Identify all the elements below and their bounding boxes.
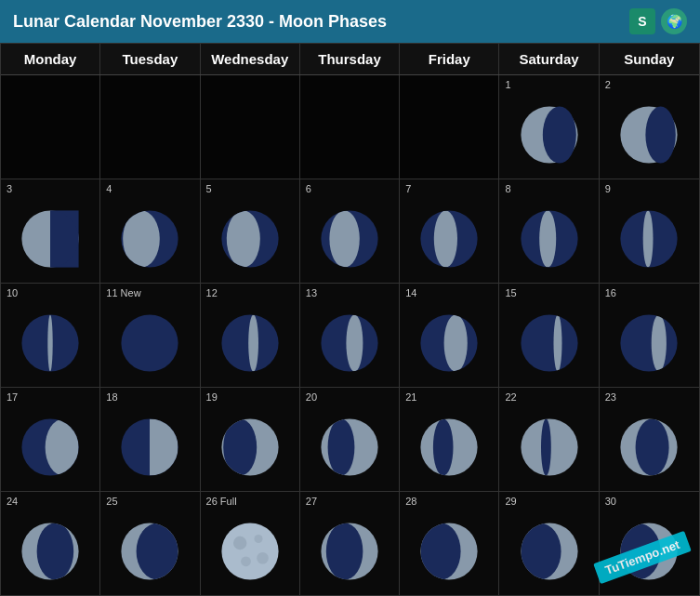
svg-point-75 bbox=[241, 556, 251, 566]
globe-icon[interactable]: 🌍 bbox=[661, 8, 687, 34]
moon-phase bbox=[116, 205, 183, 272]
svg-point-41 bbox=[553, 314, 561, 371]
moon-phase bbox=[316, 414, 383, 481]
svg-point-22 bbox=[539, 210, 556, 267]
day-saturday: Saturday bbox=[499, 44, 599, 74]
day-cell-26: 26 Full bbox=[201, 492, 300, 595]
moon-container bbox=[102, 301, 197, 385]
day-number: 4 bbox=[102, 181, 115, 197]
day-number: 15 bbox=[501, 285, 520, 301]
svg-point-25 bbox=[643, 210, 654, 267]
moon-container bbox=[501, 510, 596, 593]
day-cell-12: 12 bbox=[201, 284, 300, 387]
moon-container bbox=[402, 405, 496, 489]
moon-container bbox=[3, 405, 98, 489]
day-tuesday: Tuesday bbox=[100, 44, 200, 74]
day-cell-17: 17 bbox=[1, 388, 100, 491]
moon-container bbox=[203, 301, 297, 385]
day-number: 30 bbox=[601, 494, 620, 510]
day-number: 11 New bbox=[102, 285, 144, 301]
day-cell-28: 28 bbox=[400, 492, 499, 595]
moon-container bbox=[601, 93, 697, 177]
day-cell-16: 16 bbox=[600, 284, 699, 387]
moon-phase bbox=[416, 414, 482, 481]
moon-phase bbox=[17, 310, 84, 377]
moon-phase bbox=[116, 518, 183, 585]
day-cell-30: 30 bbox=[600, 492, 699, 595]
day-number: 6 bbox=[302, 181, 315, 197]
svg-point-88 bbox=[615, 523, 661, 579]
day-cell-18: 18 bbox=[100, 388, 200, 491]
day-cell-23: 23 bbox=[600, 388, 699, 491]
day-cell-7: 7 bbox=[400, 179, 499, 283]
day-cell-25: 25 bbox=[100, 492, 200, 595]
day-number: 22 bbox=[501, 390, 520, 405]
day-cell-22: 22 bbox=[499, 388, 599, 491]
day-cell-2: 2 bbox=[600, 75, 699, 179]
day-number: 5 bbox=[203, 181, 216, 197]
day-cell-empty bbox=[100, 75, 200, 179]
moon-phase bbox=[217, 518, 284, 585]
moon-phase bbox=[316, 205, 383, 272]
svg-point-62 bbox=[541, 418, 551, 475]
day-cell-14: 14 bbox=[400, 284, 499, 387]
moon-phase bbox=[615, 101, 682, 168]
day-monday: Monday bbox=[1, 44, 100, 74]
moon-phase bbox=[516, 518, 583, 585]
header: Lunar Calendar November 2330 - Moon Phas… bbox=[0, 0, 700, 43]
day-cell-empty bbox=[201, 75, 300, 179]
day-number: 28 bbox=[402, 494, 420, 510]
day-cell-21: 21 bbox=[400, 388, 499, 491]
moon-phase bbox=[17, 518, 84, 585]
moon-container bbox=[203, 510, 297, 593]
moon-container bbox=[601, 510, 697, 593]
moon-container bbox=[601, 301, 697, 385]
day-cell-10: 10 bbox=[1, 284, 100, 387]
day-number: 18 bbox=[102, 390, 121, 405]
moon-phase bbox=[516, 414, 583, 481]
day-cell-13: 13 bbox=[300, 284, 400, 387]
day-number: 13 bbox=[302, 285, 321, 301]
day-number: 10 bbox=[3, 285, 21, 301]
day-number: 29 bbox=[501, 494, 520, 510]
day-number: 9 bbox=[601, 181, 614, 197]
svg-point-35 bbox=[346, 314, 363, 371]
moon-phase bbox=[116, 310, 183, 377]
day-cell-4: 4 bbox=[100, 179, 200, 283]
svg-point-16 bbox=[329, 210, 359, 267]
svg-point-1 bbox=[542, 106, 575, 163]
moon-phase bbox=[516, 205, 583, 272]
s-icon[interactable]: S bbox=[629, 8, 655, 34]
moon-container bbox=[302, 510, 397, 593]
moon-phase bbox=[316, 310, 383, 377]
day-number: 24 bbox=[3, 494, 21, 510]
moon-phase bbox=[516, 310, 583, 377]
moon-phase bbox=[116, 414, 183, 481]
svg-point-44 bbox=[652, 314, 667, 371]
header-title: Lunar Calendar November 2330 - Moon Phas… bbox=[13, 12, 387, 32]
week-row-3: 10 11 New bbox=[1, 284, 699, 388]
day-number: 27 bbox=[302, 494, 321, 510]
day-cell-20: 20 bbox=[300, 388, 400, 491]
day-cell-6: 6 bbox=[300, 179, 400, 283]
moon-container bbox=[3, 197, 98, 281]
moon-container bbox=[102, 197, 197, 281]
moon-phase bbox=[615, 310, 682, 377]
day-wednesday: Wednesday bbox=[201, 44, 300, 74]
moon-phase bbox=[217, 414, 284, 481]
svg-point-53 bbox=[223, 418, 257, 475]
moon-container bbox=[501, 93, 596, 177]
week-row-2: 3 4 bbox=[1, 179, 699, 284]
moon-container bbox=[203, 405, 297, 489]
moon-container bbox=[501, 301, 596, 385]
moon-phase bbox=[217, 310, 284, 377]
day-thursday: Thursday bbox=[300, 44, 400, 74]
day-number: 21 bbox=[402, 390, 420, 405]
svg-point-3 bbox=[646, 106, 676, 163]
svg-point-32 bbox=[248, 314, 258, 371]
svg-point-13 bbox=[227, 210, 260, 267]
moon-container bbox=[203, 197, 297, 281]
day-number: 14 bbox=[402, 285, 420, 301]
week-row-1: 1 2 bbox=[1, 75, 699, 179]
day-number: 7 bbox=[402, 181, 415, 197]
